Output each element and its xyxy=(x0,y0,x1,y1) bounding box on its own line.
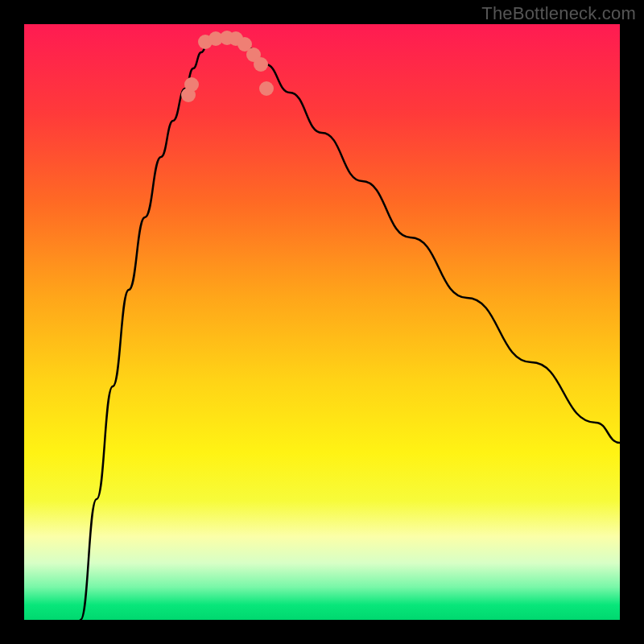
curve-layer xyxy=(24,24,620,620)
chart-frame: TheBottleneck.com xyxy=(0,0,644,644)
scatter-point xyxy=(254,57,268,72)
plot-area xyxy=(24,24,620,620)
right-branch-path xyxy=(233,38,620,443)
left-branch-path xyxy=(80,38,217,620)
scatter-point xyxy=(184,77,199,92)
scatter-point xyxy=(259,81,274,96)
attribution-text: TheBottleneck.com xyxy=(481,3,636,24)
